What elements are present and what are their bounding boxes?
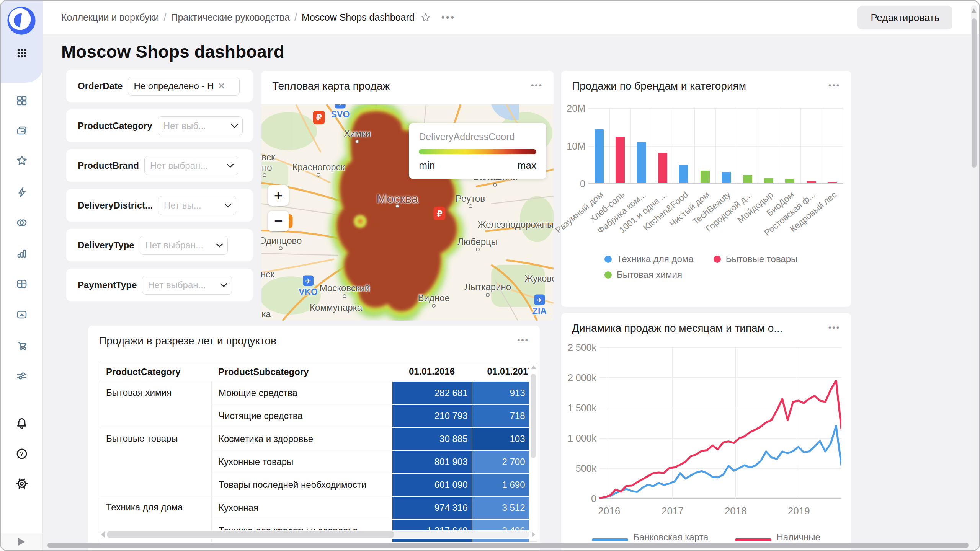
filter-placeholder: Нет выбран...	[150, 160, 224, 171]
marketplace-cart-icon[interactable]	[15, 339, 28, 352]
sales-table: ProductCategoryProductSubcategory01.01.2…	[99, 362, 530, 543]
filter-deliverytype: DeliveryTypeНет выбран...	[66, 229, 253, 261]
map-legend: DeliveryAddressCoord min max	[409, 123, 546, 179]
chevron-down-icon	[227, 161, 234, 168]
filter-placeholder: Нет выбран...	[148, 280, 217, 290]
line-chart-y-tick: 2 500k	[563, 342, 596, 353]
apps-grid-icon[interactable]	[15, 47, 28, 60]
value-2017-cell: 103	[472, 427, 529, 450]
bar-Мойдодыр	[764, 178, 773, 183]
value-2017-cell: 718	[472, 404, 529, 427]
breadcrumb-more-icon[interactable]: •••	[441, 12, 456, 23]
select-control[interactable]: Нет выбран...	[142, 276, 232, 295]
map-legend-gradient	[419, 149, 536, 154]
collections-icon[interactable]	[15, 124, 28, 137]
map-city-label: ино	[261, 162, 272, 173]
sidebar-expand[interactable]	[1, 533, 42, 550]
dashboards-icon[interactable]	[15, 94, 28, 107]
table-scroll-up-icon[interactable]	[531, 365, 536, 369]
page-horizontal-scrollbar[interactable]	[47, 543, 969, 548]
table-row: Техника для домаКухонная974 3163 512	[99, 496, 529, 519]
page-scroll-up-icon[interactable]	[972, 8, 976, 13]
breadcrumb-guides[interactable]: Практические руководства	[171, 12, 290, 23]
table-scroll-left-icon[interactable]	[101, 531, 105, 538]
filter-placeholder: Нет выбран...	[145, 240, 213, 251]
notifications-bell-icon[interactable]	[15, 417, 28, 430]
map-legend-min: min	[419, 160, 435, 171]
table-header-2: ProductSubcategory	[212, 362, 392, 381]
breadcrumb-collections[interactable]: Коллекции и воркбуки	[61, 12, 159, 23]
breadcrumb: Коллекции и воркбуки / Практические руко…	[61, 12, 415, 23]
favorite-star-icon[interactable]	[420, 12, 431, 23]
select-control[interactable]: Нет выбран...	[140, 236, 228, 255]
quick-lightning-icon[interactable]	[15, 186, 28, 199]
map-city-label: Жуковс	[524, 273, 554, 284]
services-sliders-icon[interactable]	[15, 369, 28, 382]
line-chart-y-tick: 0	[563, 493, 596, 504]
bar-chart-y-tick: 20M	[562, 103, 585, 114]
page-vertical-scrollbar[interactable]	[971, 5, 977, 542]
map-city-label: вка	[261, 309, 271, 320]
breadcrumb-separator: /	[164, 12, 167, 23]
legend-dot	[714, 256, 721, 263]
legend-item: Бытовые товары	[714, 254, 798, 264]
table-vscroll-thumb[interactable]	[531, 374, 536, 458]
bar-chart-title: Продажи по брендам и категориям	[572, 80, 746, 92]
help-icon[interactable]: ?	[15, 447, 28, 460]
sales-table-menu-icon[interactable]: •••	[517, 336, 529, 345]
map-airport-zia: ✈ZIA	[532, 295, 547, 316]
bar-chart-x-labels: Разумный домХлеб-сольФабрика ком...1001 …	[588, 188, 843, 253]
clear-icon[interactable]: ✕	[217, 81, 225, 91]
subcategory-cell: Товары последней необходимости	[212, 473, 392, 496]
table-scroll-right-icon[interactable]	[532, 531, 535, 538]
select-control[interactable]: Нет выб...	[158, 116, 243, 135]
select-control[interactable]: Нет выбран...	[144, 156, 238, 175]
map-city-label: овск	[261, 152, 275, 163]
page-vscroll-thumb[interactable]	[972, 18, 977, 168]
airport-icon: ✈	[534, 295, 545, 305]
map-city-label: Железнодорожны	[477, 219, 554, 230]
table-horizontal-scrollbar[interactable]	[99, 530, 537, 539]
line-chart-y-tick: 2 000k	[563, 372, 596, 383]
datalens-logo[interactable]	[7, 6, 36, 35]
charts-icon[interactable]	[15, 247, 28, 260]
settings-gear-icon[interactable]	[15, 477, 28, 490]
value-2016-cell: 282 681	[392, 381, 472, 404]
expand-icon	[18, 538, 25, 546]
filter-productcategory: ProductCategoryНет выб...	[66, 109, 253, 142]
value-2016-cell: 30 885	[392, 427, 472, 450]
filter-label: ProductBrand	[78, 160, 139, 171]
select-control[interactable]: Нет вы...	[158, 196, 236, 215]
favorites-star-icon[interactable]	[15, 154, 28, 167]
connections-icon[interactable]	[15, 216, 28, 229]
filter-productbrand: ProductBrandНет выбран...	[66, 149, 253, 182]
map-city-label: Московский	[320, 283, 370, 293]
line-chart-y-tick: 1 500k	[563, 403, 596, 414]
bar-Кедровый лес	[828, 182, 837, 183]
map-zoom-in-button[interactable]: +	[268, 185, 289, 206]
map-city-dot	[486, 293, 490, 297]
filter-placeholder: Нет вы...	[164, 200, 222, 211]
table-hscroll-thumb[interactable]	[107, 531, 394, 538]
edit-button[interactable]: Редактировать	[858, 6, 952, 29]
gallery-folder-icon[interactable]	[15, 308, 28, 321]
app-window: ? Коллекции и воркбуки / Практические ру…	[0, 0, 980, 551]
date-range-input[interactable]: Не определено - Н✕	[128, 77, 240, 96]
table-row: Бытовая химияМоющие средства282 681913	[99, 381, 529, 404]
bar-Ростовская ф...	[807, 181, 816, 183]
line-chart-legend: Банковская картаНаличные	[561, 532, 851, 543]
table-vertical-scrollbar[interactable]	[529, 362, 537, 542]
line-series-Банковская карта	[599, 426, 841, 498]
subcategory-cell: Кухонная	[212, 496, 392, 519]
map-canvas[interactable]: ХимкиКрасногорскМоскваБалашихаРеутовЖеле…	[261, 104, 554, 321]
table-editor-icon[interactable]	[15, 277, 28, 290]
legend-item: Техника для дома	[604, 254, 694, 264]
bar-chart-menu-icon[interactable]: •••	[828, 81, 840, 90]
heatmap-widget: Тепловая карта продаж •••	[261, 71, 554, 321]
svg-text:?: ?	[20, 451, 24, 457]
line-chart-menu-icon[interactable]: •••	[828, 323, 840, 332]
map-zoom-out-button[interactable]: −	[268, 211, 289, 231]
subcategory-cell: Косметика и здоровье	[212, 427, 392, 450]
heatmap-menu-icon[interactable]: •••	[531, 81, 543, 90]
table-header-1: ProductCategory	[99, 362, 212, 381]
